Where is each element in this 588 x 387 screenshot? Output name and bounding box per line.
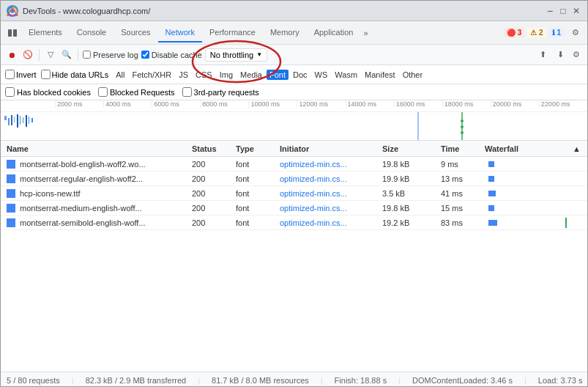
- status-finish: Finish: 18.88 s: [335, 376, 387, 385]
- throttle-select[interactable]: No throttling ▼: [205, 48, 267, 62]
- td-time-2: 13 ms: [438, 174, 482, 183]
- filter-tab-all[interactable]: All: [113, 70, 127, 80]
- preserve-log-checkbox[interactable]: [83, 51, 91, 59]
- tab-elements[interactable]: Elements: [21, 23, 70, 43]
- settings-button[interactable]: ⚙: [567, 24, 584, 42]
- table-row[interactable]: hcp-icons-new.ttf 200 font optimized-min…: [1, 186, 587, 201]
- table-row[interactable]: montserrat-semibold-english-woff... 200 …: [1, 215, 587, 230]
- th-time[interactable]: Time: [438, 144, 482, 153]
- maximize-button[interactable]: □: [558, 6, 568, 16]
- status-dom-content-loaded: DOMContentLoaded: 3.46 s: [412, 376, 513, 385]
- td-name-5: montserrat-semibold-english-woff...: [4, 218, 189, 227]
- svg-rect-3: [8, 29, 12, 37]
- upload-button[interactable]: ⬆: [536, 48, 549, 62]
- blocked-requests-checkbox[interactable]: [98, 87, 108, 97]
- disable-cache-label[interactable]: Disable cache: [141, 51, 202, 59]
- minimize-button[interactable]: −: [545, 6, 555, 16]
- disable-cache-checkbox[interactable]: [141, 51, 149, 59]
- td-status-4: 200: [189, 204, 233, 213]
- td-type-4: font: [233, 204, 277, 213]
- badge-area: 🔴 3 ⚠ 2 ℹ 1: [501, 28, 567, 37]
- tab-overflow[interactable]: »: [360, 24, 371, 42]
- filter-tab-js[interactable]: JS: [176, 70, 191, 80]
- th-status[interactable]: Status: [189, 144, 233, 153]
- td-initiator-1[interactable]: optimized-min.cs...: [277, 160, 379, 169]
- main-toolbar: Elements Console Sources Network Perform…: [1, 21, 587, 45]
- toolbar-divider-2: [78, 49, 78, 61]
- td-initiator-4[interactable]: optimized-min.cs...: [277, 204, 379, 213]
- filter-tab-css[interactable]: CSS: [193, 70, 215, 80]
- status-bar: 5 / 80 requests | 82.3 kB / 2.9 MB trans…: [1, 372, 587, 387]
- invert-label[interactable]: Invert: [5, 70, 37, 79]
- td-initiator-3[interactable]: optimized-min.cs...: [277, 189, 379, 198]
- download-button[interactable]: ⬇: [554, 48, 567, 62]
- clear-button[interactable]: 🚫: [21, 48, 34, 62]
- blocked-cookies-label[interactable]: Has blocked cookies: [5, 87, 91, 97]
- filter-tab-other[interactable]: Other: [400, 70, 426, 80]
- th-name[interactable]: Name: [4, 144, 189, 153]
- record-button[interactable]: ⏺: [5, 48, 18, 62]
- devtools-content: Elements Console Sources Network Perform…: [1, 21, 587, 387]
- tab-performance[interactable]: Performance: [202, 23, 263, 43]
- ruler-mark-10000: 10000 ms: [248, 100, 297, 108]
- filter-button[interactable]: ▽: [44, 48, 57, 62]
- th-waterfall[interactable]: Waterfall: [482, 144, 570, 153]
- table-scroll-area[interactable]: montserrat-bold-english-woff2.wo... 200 …: [1, 157, 587, 372]
- filter-tab-wasm[interactable]: Wasm: [332, 70, 360, 80]
- status-transferred: 82.3 kB / 2.9 MB transferred: [86, 376, 187, 385]
- tab-memory[interactable]: Memory: [263, 23, 307, 43]
- td-name-1: montserrat-bold-english-woff2.wo...: [4, 160, 189, 169]
- th-sort[interactable]: ▲: [570, 144, 584, 153]
- search-button[interactable]: 🔍: [60, 48, 73, 62]
- status-requests: 5 / 80 requests: [7, 376, 60, 385]
- network-settings-button[interactable]: ⚙: [570, 48, 583, 62]
- svg-rect-10: [17, 114, 18, 128]
- filter-tab-media[interactable]: Media: [237, 70, 265, 80]
- filter-tab-img[interactable]: Img: [217, 70, 236, 80]
- ruler-mark-2000: 2000 ms: [55, 100, 103, 108]
- table-header: Name Status Type Initiator Size Time Wat…: [1, 141, 587, 157]
- third-party-checkbox[interactable]: [182, 87, 192, 97]
- preserve-log-label[interactable]: Preserve log: [83, 51, 138, 59]
- td-initiator-5[interactable]: optimized-min.cs...: [277, 218, 379, 227]
- close-button[interactable]: ✕: [571, 6, 581, 16]
- tab-console[interactable]: Console: [70, 23, 113, 43]
- table-row[interactable]: montserrat-regular-english-woff2... 200 …: [1, 172, 587, 186]
- blocked-cookies-checkbox[interactable]: [5, 87, 15, 97]
- tab-navigation: Elements Console Sources Network Perform…: [21, 23, 501, 43]
- td-time-3: 41 ms: [438, 189, 482, 198]
- hide-data-urls-checkbox[interactable]: [41, 70, 51, 79]
- th-initiator[interactable]: Initiator: [277, 144, 379, 153]
- tab-application[interactable]: Application: [307, 23, 361, 43]
- table-row[interactable]: montserrat-medium-english-woff... 200 fo…: [1, 201, 587, 215]
- network-toolbar: ⏺ 🚫 ▽ 🔍 Preserve log Disable cache No th…: [1, 45, 587, 65]
- table-row[interactable]: montserrat-bold-english-woff2.wo... 200 …: [1, 157, 587, 172]
- ruler-mark-18000: 18000 ms: [442, 100, 491, 108]
- back-icon[interactable]: [4, 24, 21, 42]
- invert-checkbox[interactable]: [5, 70, 15, 79]
- td-waterfall-2: [482, 174, 570, 184]
- td-type-2: font: [233, 174, 277, 183]
- third-party-label[interactable]: 3rd-party requests: [182, 87, 259, 97]
- filter-tab-doc[interactable]: Doc: [290, 70, 310, 80]
- hide-data-urls-label[interactable]: Hide data URLs: [41, 70, 109, 79]
- file-icon-3: [7, 189, 15, 198]
- th-size[interactable]: Size: [379, 144, 438, 153]
- svg-point-20: [461, 131, 464, 134]
- td-initiator-2[interactable]: optimized-min.cs...: [277, 174, 379, 183]
- timeline-area: 2000 ms 4000 ms 6000 ms 8000 ms 10000 ms…: [1, 100, 587, 141]
- blocked-requests-label[interactable]: Blocked Requests: [98, 87, 175, 97]
- td-size-3: 3.5 kB: [379, 189, 438, 198]
- filter-tab-ws[interactable]: WS: [312, 70, 331, 80]
- info-badge: ℹ 1: [549, 28, 564, 37]
- filter-tab-font[interactable]: Font: [267, 70, 289, 80]
- status-load: Load: 3.73 s: [538, 376, 583, 385]
- tab-sources[interactable]: Sources: [113, 23, 157, 43]
- ruler-mark-20000: 20000 ms: [491, 100, 539, 108]
- filter-tab-manifest[interactable]: Manifest: [362, 70, 398, 80]
- tab-network[interactable]: Network: [158, 23, 202, 43]
- filter-tab-fetch-xhr[interactable]: Fetch/XHR: [129, 70, 174, 80]
- th-type[interactable]: Type: [233, 144, 277, 153]
- td-waterfall-1: [482, 159, 570, 169]
- svg-rect-8: [11, 115, 12, 125]
